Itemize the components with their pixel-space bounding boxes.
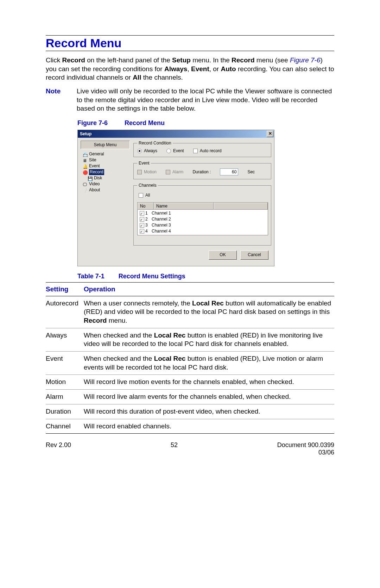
cell-setting: Always	[46, 331, 84, 348]
settings-table: Setting Operation Autorecord When a user…	[46, 282, 334, 434]
tree-item-disk[interactable]: 💾Disk	[83, 175, 130, 181]
duration-label: Duration :	[192, 169, 211, 174]
figure-number: Figure 7-6	[77, 119, 108, 126]
footer-doc: Document 900.0399 03/06	[277, 441, 334, 456]
checkbox-icon[interactable]	[140, 217, 144, 222]
checkbox-icon	[139, 193, 143, 198]
cell-operation: When checked and the Local Rec button is…	[84, 354, 334, 372]
close-button[interactable]: ✕	[267, 131, 273, 137]
col-header-no[interactable]: No	[138, 203, 154, 210]
table-row: Motion Will record live motion events fo…	[46, 375, 334, 390]
table-row[interactable]: 4Channel 4	[138, 228, 268, 234]
checkbox-alarm[interactable]: Alarm	[166, 169, 183, 174]
tree-item-general[interactable]: 📇General	[83, 151, 130, 157]
header-operation: Operation	[84, 285, 115, 293]
bold: Event	[191, 65, 209, 73]
radio-icon	[137, 149, 142, 153]
checkbox-icon	[193, 149, 198, 153]
checkbox-all-channels[interactable]: All	[139, 193, 150, 198]
table-header-row: Setting Operation	[46, 283, 334, 296]
cell-setting: Duration	[46, 407, 84, 416]
figure-title: Record Menu	[125, 119, 165, 126]
text: ,	[187, 65, 191, 73]
cell-operation: Will record live alarm events for the ch…	[84, 392, 334, 401]
tree-item-site[interactable]: 🖥Site	[83, 157, 130, 163]
checkbox-icon[interactable]	[140, 229, 144, 234]
text: on the left-hand panel of the	[85, 56, 172, 64]
cell-setting: Event	[46, 354, 84, 372]
event-group: Event Motion Alarm Duration : 60 Sec	[133, 161, 271, 179]
tree-item-video[interactable]: 🖵Video	[83, 181, 130, 187]
page-footer: Rev 2.00 52 Document 900.0399 03/06	[46, 441, 334, 456]
record-condition-group: Record Condition Always Event Auto recor…	[133, 141, 271, 157]
table-row[interactable]: 1Channel 1	[138, 210, 268, 216]
bold: Auto	[221, 65, 236, 73]
radio-icon	[166, 149, 171, 153]
bold: All	[133, 74, 141, 81]
cell-operation: When checked and the Local Rec button is…	[84, 331, 334, 348]
settings-pane: Record Condition Always Event Auto recor…	[133, 141, 271, 263]
table-caption: Table 7-1Record Menu Settings	[77, 273, 334, 280]
checkbox-icon[interactable]	[140, 211, 144, 216]
ok-button[interactable]: OK	[209, 250, 237, 260]
cell-setting: Autorecord	[46, 299, 84, 325]
table-row: Always When checked and the Local Rec bu…	[46, 328, 334, 352]
checkbox-motion[interactable]: Motion	[137, 169, 157, 174]
bold: Record	[62, 56, 85, 64]
table-header-row: No Name	[138, 203, 268, 210]
text: , or	[209, 65, 221, 73]
cell-operation: Will record live motion events for the c…	[84, 378, 334, 386]
table-row[interactable]: 3Channel 3	[138, 222, 268, 228]
tree-item-about[interactable]: ❔About	[83, 187, 130, 193]
bold: Setup	[172, 56, 191, 64]
cancel-button[interactable]: Cancel	[240, 250, 268, 260]
header-setting: Setting	[46, 285, 84, 293]
text: menu. In the	[191, 56, 232, 64]
cell-setting: Channel	[46, 422, 84, 431]
checkbox-icon[interactable]	[140, 223, 144, 228]
rule-under-title	[46, 51, 334, 51]
group-label: Event	[137, 161, 151, 166]
group-label: Channels	[137, 183, 158, 188]
duration-input[interactable]: 60	[220, 168, 238, 175]
video-icon: 🖵	[83, 182, 88, 187]
footer-page: 52	[171, 441, 178, 456]
table-body: 1Channel 1 2Channel 2 3Channel 3 4Channe…	[138, 210, 268, 235]
intro-paragraph: Click Record on the left-hand panel of t…	[46, 56, 334, 82]
col-header-blank[interactable]	[214, 203, 268, 210]
figure-caption: Figure 7-6Record Menu	[77, 119, 334, 127]
text: the channels.	[141, 74, 183, 81]
page-title: Record Menu	[46, 36, 334, 50]
channels-table: No Name 1Channel 1 2Channel 2 3Channel 3…	[137, 202, 268, 235]
checkbox-icon	[166, 170, 170, 174]
dialog-button-row: OK Cancel	[133, 249, 271, 263]
sidebar-header: Setup Menu	[81, 141, 130, 149]
radio-event[interactable]: Event	[166, 148, 184, 153]
col-header-name[interactable]: Name	[154, 203, 214, 210]
disk-icon: 💾	[88, 176, 93, 181]
group-label: Record Condition	[137, 141, 173, 146]
bold: Record	[232, 56, 254, 64]
footer-rev: Rev 2.00	[46, 441, 71, 456]
table-row[interactable]: 2Channel 2	[138, 216, 268, 222]
checkbox-icon	[137, 170, 142, 174]
tree-item-record[interactable]: 🔴Record	[83, 169, 130, 175]
checkbox-autorecord[interactable]: Auto record	[193, 148, 222, 153]
rule-top	[46, 35, 334, 36]
dialog-title: Setup	[80, 131, 91, 136]
table-row: Autorecord When a user connects remotely…	[46, 296, 334, 328]
figure-ref-link[interactable]: Figure 7-6	[290, 56, 321, 64]
note-text: Live video will only be recorded to the …	[77, 87, 334, 113]
help-icon: ❔	[83, 188, 88, 193]
record-icon: 🔴	[83, 170, 88, 175]
bold: Always	[164, 65, 187, 73]
dialog-titlebar[interactable]: Setup ✕	[78, 130, 274, 138]
table-row: Duration Will record this duration of po…	[46, 404, 334, 419]
radio-always[interactable]: Always	[137, 148, 157, 153]
monitor-icon: 🖥	[83, 158, 88, 163]
cell-setting: Alarm	[46, 392, 84, 401]
tree-item-event[interactable]: 🔔Event	[83, 163, 130, 169]
table-row: Channel Will record enabled channels.	[46, 419, 334, 434]
note-block: Note Live video will only be recorded to…	[46, 87, 334, 113]
cell-operation: Will record this duration of post-event …	[84, 407, 334, 416]
